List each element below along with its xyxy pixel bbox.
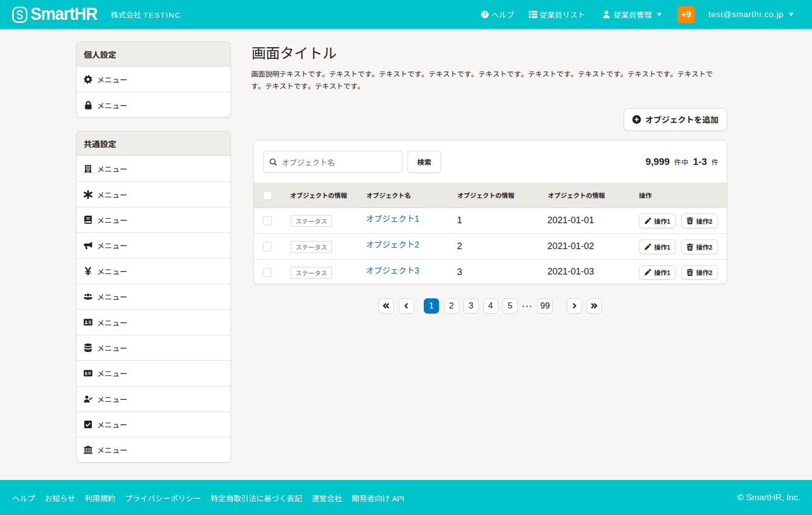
svg-text:?: ? — [483, 11, 487, 17]
svg-text:$: $ — [85, 371, 87, 376]
